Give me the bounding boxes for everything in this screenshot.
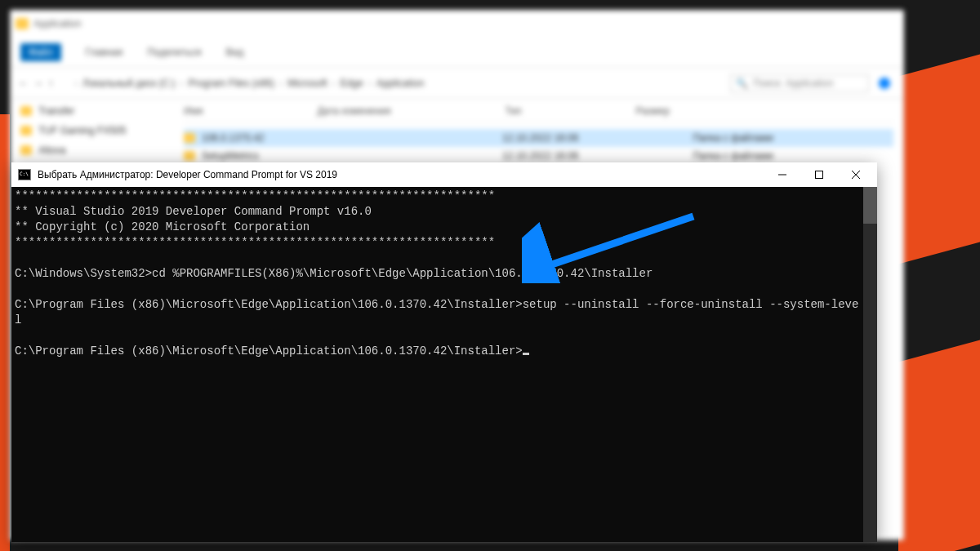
folder-icon — [16, 18, 29, 29]
status-dot — [879, 78, 890, 89]
close-icon — [852, 171, 860, 179]
search-input[interactable]: 🔍 Поиск: Application — [730, 74, 869, 92]
sidebar-item[interactable]: Altova — [20, 144, 164, 156]
sidebar-item[interactable]: TUF Gaming FX505 — [20, 125, 164, 136]
ribbon-file[interactable]: Файл — [20, 43, 61, 61]
command-prompt-window: Выбрать Администратор: Developer Command… — [11, 162, 877, 542]
ribbon-view[interactable]: Вид — [225, 47, 243, 58]
svg-rect-1 — [815, 171, 822, 179]
sidebar-item[interactable]: Transfer — [20, 105, 164, 117]
explorer-title: Application — [33, 18, 82, 29]
search-icon: 🔍 — [736, 78, 748, 89]
maximize-icon — [815, 171, 823, 179]
background-accent-left — [0, 114, 10, 551]
close-button[interactable] — [837, 162, 874, 187]
ribbon-share[interactable]: Поделиться — [147, 47, 201, 58]
maximize-button[interactable] — [800, 162, 837, 187]
breadcrumb[interactable]: ←→↑ › Локальный диск (C:)› Program Files… — [19, 78, 424, 89]
minimize-button[interactable] — [764, 162, 800, 187]
cmd-title: Выбрать Администратор: Developer Command… — [38, 169, 757, 180]
explorer-ribbon: Файл Главная Поделиться Вид — [11, 37, 903, 68]
explorer-navbar: ←→↑ › Локальный диск (C:)› Program Files… — [11, 68, 903, 99]
cmd-terminal[interactable]: ****************************************… — [11, 187, 877, 542]
cmd-output: ****************************************… — [15, 189, 860, 359]
folder-icon — [58, 78, 69, 88]
cmd-icon — [18, 169, 31, 180]
minimize-icon — [778, 171, 786, 179]
cmd-titlebar[interactable]: Выбрать Администратор: Developer Command… — [11, 162, 877, 187]
explorer-titlebar: Application — [11, 11, 903, 37]
list-item[interactable]: 106.0.1370.42 12.10.2022 16:06 Папка с ф… — [184, 129, 893, 147]
scrollbar-thumb[interactable] — [863, 187, 877, 224]
window-controls — [764, 162, 874, 187]
scrollbar[interactable] — [863, 187, 877, 542]
ribbon-home[interactable]: Главная — [86, 47, 123, 58]
cursor — [523, 353, 529, 355]
